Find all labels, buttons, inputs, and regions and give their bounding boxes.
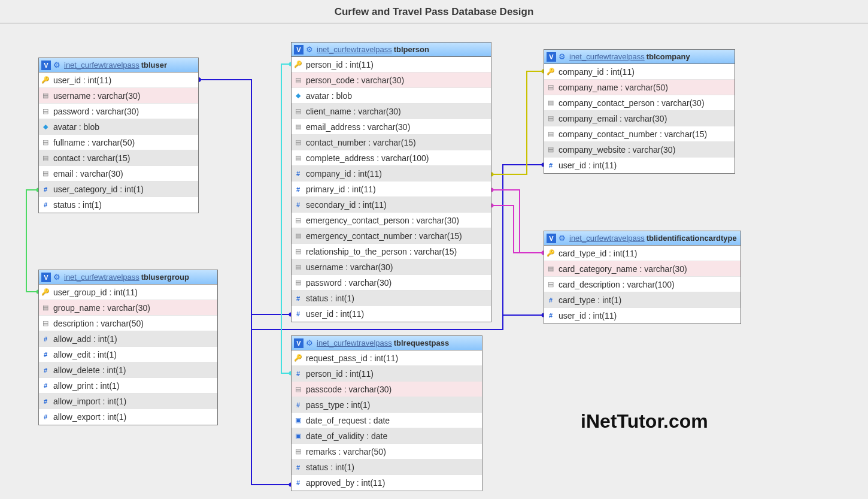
column-row[interactable]: #allow_export : int(1)	[39, 409, 217, 425]
column-row[interactable]: #status : int(1)	[39, 197, 198, 213]
gear-icon[interactable]: ⚙	[53, 273, 62, 282]
column-row[interactable]: #primary_id : int(11)	[292, 182, 491, 197]
column-row[interactable]: ▤fullname : varchar(50)	[39, 135, 198, 150]
column-row[interactable]: ◆avatar : blob	[292, 88, 491, 104]
table-header[interactable]: V⚙inet_curfewtravelpasstblperson	[292, 43, 491, 57]
idx-icon: ▤	[294, 107, 302, 116]
column-row[interactable]: #allow_add : int(1)	[39, 331, 217, 347]
table-header[interactable]: V⚙inet_curfewtravelpasstblrequestpass	[292, 336, 482, 350]
column-label: company_email : varchar(30)	[559, 114, 667, 123]
column-row[interactable]: ◆avatar : blob	[39, 119, 198, 135]
gear-icon[interactable]: ⚙	[559, 234, 567, 243]
table-header[interactable]: V⚙inet_curfewtravelpasstbluser	[39, 58, 198, 72]
column-label: email_address : varchar(30)	[306, 122, 410, 132]
idx-icon: ▤	[547, 130, 555, 138]
column-row[interactable]: #user_id : int(11)	[544, 308, 740, 323]
column-label: username : varchar(30)	[306, 262, 393, 272]
column-row[interactable]: #pass_type : int(1)	[292, 397, 482, 413]
num-icon: #	[294, 294, 302, 303]
column-row[interactable]: #person_id : int(11)	[292, 366, 482, 382]
idx-icon: ▤	[294, 279, 302, 287]
column-row[interactable]: ▤passcode : varchar(30)	[292, 382, 482, 397]
column-row[interactable]: #allow_edit : int(1)	[39, 347, 217, 362]
column-row[interactable]: ▣date_of_validity : date	[292, 428, 482, 444]
pk-icon: 🔑	[547, 68, 555, 76]
column-row[interactable]: #status : int(1)	[292, 291, 491, 306]
idx-icon: ▤	[294, 232, 302, 240]
relation-line	[281, 64, 291, 373]
column-row[interactable]: 🔑card_type_id : int(11)	[544, 246, 740, 261]
column-row[interactable]: #allow_import : int(1)	[39, 394, 217, 409]
table-header[interactable]: V⚙inet_curfewtravelpasstblidentification…	[544, 231, 740, 246]
db-table-tbluser[interactable]: V⚙inet_curfewtravelpasstbluser🔑user_id :…	[38, 58, 199, 213]
column-row[interactable]: #user_category_id : int(1)	[39, 182, 198, 197]
idx-icon: ▤	[294, 447, 302, 456]
column-row[interactable]: ▤person_code : varchar(30)	[292, 72, 491, 88]
table-header[interactable]: V⚙inet_curfewtravelpasstblusergroup	[39, 270, 217, 285]
column-row[interactable]: ▤emergency_contact_number : varchar(15)	[292, 228, 491, 244]
num-icon: #	[547, 296, 555, 304]
column-row[interactable]: ▤username : varchar(30)	[292, 259, 491, 275]
column-row[interactable]: ▤relationship_to_the_person : varchar(15…	[292, 244, 491, 259]
column-row[interactable]: ▤client_name : varchar(30)	[292, 104, 491, 119]
column-row[interactable]: 🔑user_group_id : int(11)	[39, 285, 217, 300]
column-row[interactable]: #allow_delete : int(1)	[39, 362, 217, 378]
column-row[interactable]: ▤complete_address : varchar(100)	[292, 150, 491, 166]
gear-icon[interactable]: ⚙	[306, 46, 314, 54]
db-table-tblcompany[interactable]: V⚙inet_curfewtravelpasstblcompany🔑compan…	[544, 49, 735, 174]
column-label: email : varchar(30)	[53, 169, 123, 179]
db-table-tblidcardtype[interactable]: V⚙inet_curfewtravelpasstblidentification…	[544, 231, 741, 324]
column-row[interactable]: 🔑person_id : int(11)	[292, 57, 491, 72]
idx-icon: ▤	[547, 83, 555, 92]
column-row[interactable]: ▤username : varchar(30)	[39, 88, 198, 104]
column-row[interactable]: ▤description : varchar(50)	[39, 316, 217, 331]
column-label: status : int(1)	[53, 200, 102, 210]
column-row[interactable]: #allow_print : int(1)	[39, 378, 217, 394]
column-label: allow_print : int(1)	[53, 381, 120, 391]
column-label: user_id : int(11)	[559, 161, 617, 170]
num-icon: #	[547, 161, 555, 170]
num-icon: #	[41, 413, 50, 421]
column-row[interactable]: ▤company_website : varchar(30)	[544, 142, 735, 158]
column-label: avatar : blob	[53, 122, 99, 132]
column-row[interactable]: #card_type : int(1)	[544, 292, 740, 308]
column-row[interactable]: ▤company_contact_number : varchar(15)	[544, 126, 735, 142]
column-row[interactable]: ▤password : varchar(30)	[292, 275, 491, 291]
column-label: passcode : varchar(30)	[306, 385, 391, 394]
column-row[interactable]: ▤company_name : varchar(50)	[544, 80, 735, 95]
column-row[interactable]: ▤email : varchar(30)	[39, 166, 198, 182]
column-row[interactable]: ▤password : varchar(30)	[39, 104, 198, 119]
column-row[interactable]: #company_id : int(11)	[292, 166, 491, 182]
column-row[interactable]: ▤contact : varchar(15)	[39, 150, 198, 166]
column-row[interactable]: ▤remarks : varchar(50)	[292, 444, 482, 459]
db-table-tblperson[interactable]: V⚙inet_curfewtravelpasstblperson🔑person_…	[291, 42, 491, 322]
column-row[interactable]: ▤card_category_name : varchar(30)	[544, 261, 740, 277]
idx-icon: ▤	[41, 107, 50, 116]
column-row[interactable]: #approved_by : int(11)	[292, 475, 482, 491]
idx-icon: ▤	[547, 265, 555, 273]
column-row[interactable]: #status : int(1)	[292, 459, 482, 475]
column-row[interactable]: #user_id : int(11)	[292, 306, 491, 322]
column-row[interactable]: ▣date_of_request : date	[292, 413, 482, 428]
column-row[interactable]: 🔑request_pass_id : int(11)	[292, 350, 482, 366]
gear-icon[interactable]: ⚙	[559, 53, 567, 61]
column-row[interactable]: 🔑user_id : int(11)	[39, 72, 198, 88]
column-row[interactable]: ▤emergency_contact_person : varchar(30)	[292, 213, 491, 228]
idx-icon: ▤	[294, 76, 302, 84]
column-label: username : varchar(30)	[53, 91, 141, 101]
gear-icon[interactable]: ⚙	[306, 339, 314, 347]
idx-icon: ▤	[294, 247, 302, 256]
gear-icon[interactable]: ⚙	[53, 61, 62, 69]
column-row[interactable]: ▤card_description : varchar(100)	[544, 277, 740, 292]
column-row[interactable]: ▤group_name : varchar(30)	[39, 300, 217, 316]
column-row[interactable]: 🔑company_id : int(11)	[544, 64, 735, 80]
db-table-tblrequestpass[interactable]: V⚙inet_curfewtravelpasstblrequestpass🔑re…	[291, 335, 482, 491]
db-table-tblusergroup[interactable]: V⚙inet_curfewtravelpasstblusergroup🔑user…	[38, 270, 218, 425]
column-row[interactable]: #secondary_id : int(11)	[292, 197, 491, 213]
column-row[interactable]: #user_id : int(11)	[544, 158, 735, 173]
column-row[interactable]: ▤company_email : varchar(30)	[544, 111, 735, 126]
table-header[interactable]: V⚙inet_curfewtravelpasstblcompany	[544, 50, 735, 64]
column-row[interactable]: ▤contact_number : varchar(15)	[292, 135, 491, 150]
column-row[interactable]: ▤company_contact_person : varchar(30)	[544, 95, 735, 111]
column-row[interactable]: ▤email_address : varchar(30)	[292, 119, 491, 135]
